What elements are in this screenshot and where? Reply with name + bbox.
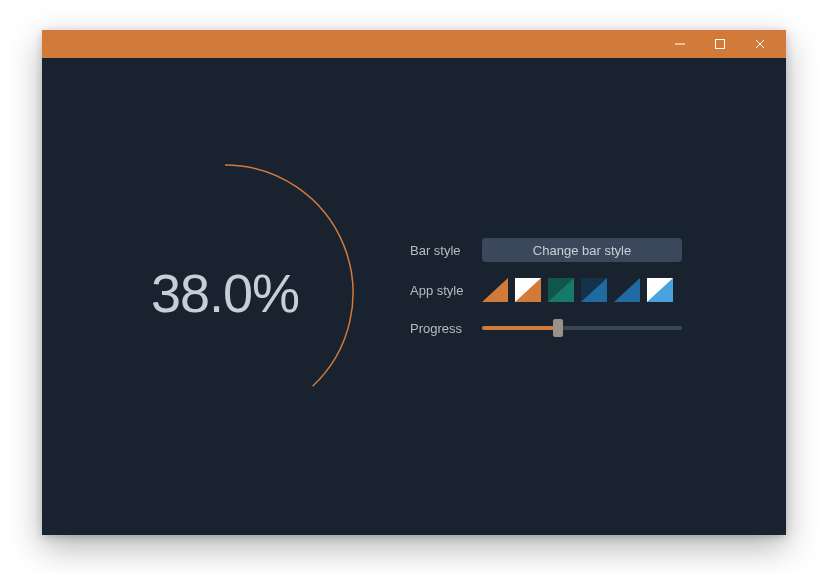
progress-slider[interactable] (482, 318, 682, 338)
progress-row: Progress (410, 318, 730, 338)
minimize-button[interactable] (672, 36, 688, 52)
svg-rect-1 (716, 40, 725, 49)
svg-marker-5 (515, 278, 541, 302)
app-window: 38.0% Bar style Change bar style App sty… (42, 30, 786, 535)
svg-marker-9 (647, 278, 673, 302)
change-barstyle-button[interactable]: Change bar style (482, 238, 682, 262)
svg-marker-8 (614, 278, 640, 302)
swatch-triangle-icon (581, 278, 607, 302)
appstyle-swatch-blue-dark[interactable] (581, 278, 607, 302)
svg-marker-6 (548, 278, 574, 302)
content-area: 38.0% Bar style Change bar style App sty… (42, 58, 786, 535)
barstyle-label: Bar style (410, 243, 482, 258)
swatch-triangle-icon (614, 278, 640, 302)
circular-progress: 38.0% (90, 158, 360, 428)
progress-label: Progress (410, 321, 482, 336)
controls-panel: Bar style Change bar style App style Pro… (410, 238, 730, 354)
appstyle-swatch-orange-solid[interactable] (482, 278, 508, 302)
barstyle-row: Bar style Change bar style (410, 238, 730, 262)
appstyle-swatch-orange-white[interactable] (515, 278, 541, 302)
appstyle-label: App style (410, 283, 482, 298)
appstyle-swatch-teal-solid[interactable] (548, 278, 574, 302)
titlebar (42, 30, 786, 58)
svg-marker-4 (482, 278, 508, 302)
swatch-triangle-icon (515, 278, 541, 302)
swatch-triangle-icon (548, 278, 574, 302)
svg-marker-7 (581, 278, 607, 302)
slider-fill (482, 326, 558, 330)
progress-value-label: 38.0% (90, 158, 360, 428)
slider-thumb[interactable] (553, 319, 563, 337)
maximize-button[interactable] (712, 36, 728, 52)
appstyle-swatch-skyblue-white[interactable] (647, 278, 673, 302)
swatch-triangle-icon (482, 278, 508, 302)
swatch-triangle-icon (647, 278, 673, 302)
appstyle-swatch-blue-solid[interactable] (614, 278, 640, 302)
appstyle-row: App style (410, 278, 730, 302)
appstyle-swatches (482, 278, 673, 302)
close-button[interactable] (752, 36, 768, 52)
